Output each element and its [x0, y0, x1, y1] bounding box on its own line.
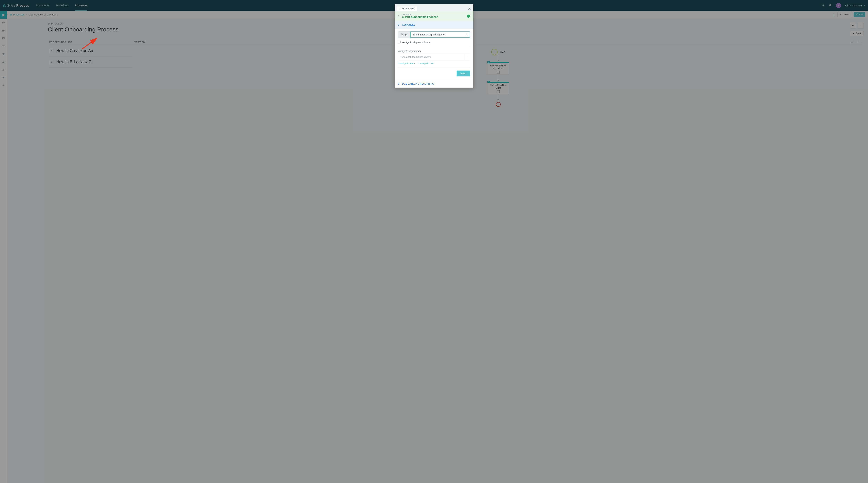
step-small-label: DOCUMENT — [402, 14, 438, 16]
modal-tab-label: ASSIGN TASK — [402, 8, 415, 10]
assign-steps-checkbox[interactable] — [398, 41, 401, 44]
next-button[interactable]: Next › — [457, 70, 470, 77]
modal-step-2[interactable]: 2 ASSIGNEES — [395, 21, 473, 29]
check-icon: ✓ — [467, 15, 470, 18]
assign-mode-select[interactable]: Teammates assigned together — [410, 31, 470, 38]
person-icon — [399, 7, 401, 10]
next-label: Next — [460, 72, 465, 75]
teammates-input[interactable]: Type each teammate's name — [398, 54, 470, 60]
modal-step-1[interactable]: 1 DOCUMENT CLIENT ONBOARDING PROCESS ✓ — [395, 11, 473, 21]
modal-tab-assign[interactable]: ASSIGN TASK — [397, 6, 417, 11]
step-number: 1 — [398, 15, 399, 18]
modal-tab-bar: ASSIGN TASK ✕ — [395, 4, 473, 11]
step-number: 2 — [398, 24, 399, 26]
step-large-label: CLIENT ONBOARDING PROCESS — [402, 16, 438, 19]
chevron-right-icon: › — [466, 72, 466, 75]
close-icon[interactable]: ✕ — [468, 7, 471, 11]
assign-to-role-link[interactable]: + assign to role — [418, 62, 434, 64]
assign-to-team-link[interactable]: + assign to team — [398, 62, 415, 64]
step-number: 3 — [398, 83, 399, 85]
chevron-down-icon[interactable] — [465, 54, 470, 60]
assign-steps-checkbox-row[interactable]: Assign to steps and lanes. — [398, 41, 470, 47]
assign-label: Assign — [398, 31, 410, 38]
modal-body: Assign Teammates assigned together Assig… — [395, 29, 473, 80]
teammates-label: Assign to teammates — [398, 50, 470, 53]
checkbox-label: Assign to steps and lanes. — [402, 41, 431, 44]
assign-select-value: Teammates assigned together — [413, 33, 445, 36]
step-large-label: ASSIGNEES — [402, 24, 415, 26]
svg-point-14 — [400, 8, 400, 8]
select-caret-icon — [466, 33, 467, 36]
step-large-label: DUE DATE AND RECURRING — [402, 83, 434, 85]
modal-step-3[interactable]: 3 DUE DATE AND RECURRING — [395, 80, 473, 88]
assign-task-modal: ASSIGN TASK ✕ 1 DOCUMENT CLIENT ONBOARDI… — [395, 4, 473, 88]
teammates-placeholder: Type each teammate's name — [398, 56, 465, 58]
